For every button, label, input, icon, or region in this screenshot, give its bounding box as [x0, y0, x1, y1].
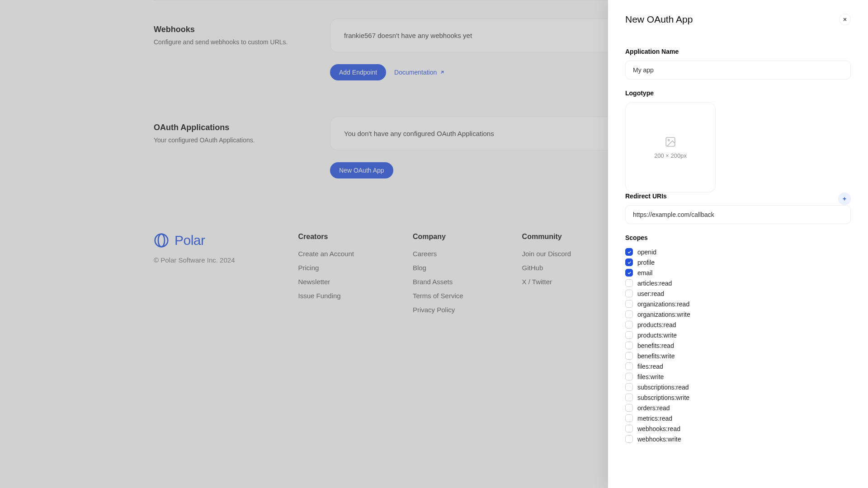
scope-row: benefits:write	[625, 351, 851, 361]
scope-row: benefits:read	[625, 340, 851, 351]
scope-label: files:read	[637, 363, 663, 370]
scope-label: orders:read	[637, 404, 670, 412]
plus-icon	[842, 196, 847, 202]
scope-label: webhooks:write	[637, 436, 681, 443]
scope-row: files:read	[625, 361, 851, 371]
scope-checkbox[interactable]	[625, 290, 633, 297]
scope-label: files:write	[637, 373, 664, 380]
app-name-input[interactable]	[625, 61, 851, 80]
scope-label: email	[637, 269, 652, 277]
modal-overlay[interactable]: New OAuth App Application Name Logotype …	[0, 0, 868, 488]
image-icon	[665, 136, 676, 148]
svg-point-3	[668, 139, 670, 141]
scope-label: openid	[637, 249, 656, 256]
scope-checkbox[interactable]	[625, 331, 633, 339]
scope-checkbox[interactable]	[625, 258, 633, 266]
scope-checkbox[interactable]	[625, 300, 633, 308]
scope-checkbox[interactable]	[625, 248, 633, 256]
scope-row: articles:read	[625, 278, 851, 288]
scope-row: orders:read	[625, 403, 851, 413]
logotype-dropzone[interactable]: 200 × 200px	[625, 102, 716, 192]
scopes-label: Scopes	[625, 234, 851, 241]
scope-checkbox[interactable]	[625, 394, 633, 401]
scope-row: webhooks:read	[625, 423, 851, 434]
scope-label: products:write	[637, 332, 677, 339]
scope-label: organizations:read	[637, 300, 689, 308]
scope-label: articles:read	[637, 280, 672, 287]
scope-checkbox[interactable]	[625, 435, 633, 443]
scope-row: webhooks:write	[625, 434, 851, 444]
close-button[interactable]	[839, 14, 851, 25]
scope-label: organizations:write	[637, 311, 690, 318]
app-name-label: Application Name	[625, 48, 851, 55]
scope-row: email	[625, 267, 851, 278]
scope-row: openid	[625, 247, 851, 257]
scope-checkbox[interactable]	[625, 362, 633, 370]
logotype-hint: 200 × 200px	[654, 152, 687, 159]
scope-label: products:read	[637, 321, 676, 328]
scope-checkbox[interactable]	[625, 310, 633, 318]
scope-checkbox[interactable]	[625, 342, 633, 349]
scope-checkbox[interactable]	[625, 279, 633, 287]
logotype-label: Logotype	[625, 89, 851, 97]
scope-row: metrics:read	[625, 413, 851, 423]
scope-checkbox[interactable]	[625, 352, 633, 360]
scope-row: files:write	[625, 371, 851, 382]
scope-label: subscriptions:read	[637, 384, 689, 391]
scope-label: subscriptions:write	[637, 394, 689, 401]
scope-checkbox[interactable]	[625, 269, 633, 277]
scope-checkbox[interactable]	[625, 321, 633, 328]
redirect-uri-input[interactable]	[625, 205, 851, 224]
scope-checkbox[interactable]	[625, 425, 633, 432]
scope-row: products:write	[625, 330, 851, 340]
scope-label: benefits:read	[637, 342, 674, 349]
scope-row: subscriptions:write	[625, 392, 851, 403]
scope-row: organizations:write	[625, 309, 851, 319]
scope-label: benefits:write	[637, 352, 675, 360]
add-redirect-uri-button[interactable]	[838, 192, 851, 205]
close-icon	[842, 17, 848, 22]
scope-row: profile	[625, 257, 851, 267]
scope-label: webhooks:read	[637, 425, 680, 432]
scope-label: user:read	[637, 290, 664, 297]
new-oauth-drawer: New OAuth App Application Name Logotype …	[608, 0, 868, 488]
scope-row: products:read	[625, 319, 851, 330]
scope-row: subscriptions:read	[625, 382, 851, 392]
drawer-title: New OAuth App	[625, 14, 693, 25]
scope-label: metrics:read	[637, 415, 672, 422]
scope-label: profile	[637, 259, 655, 266]
scope-checkbox[interactable]	[625, 404, 633, 412]
scope-checkbox[interactable]	[625, 383, 633, 391]
scope-checkbox[interactable]	[625, 414, 633, 422]
scope-row: organizations:read	[625, 299, 851, 309]
scope-row: user:read	[625, 288, 851, 299]
scope-checkbox[interactable]	[625, 373, 633, 380]
redirect-uris-label: Redirect URIs	[625, 192, 667, 200]
